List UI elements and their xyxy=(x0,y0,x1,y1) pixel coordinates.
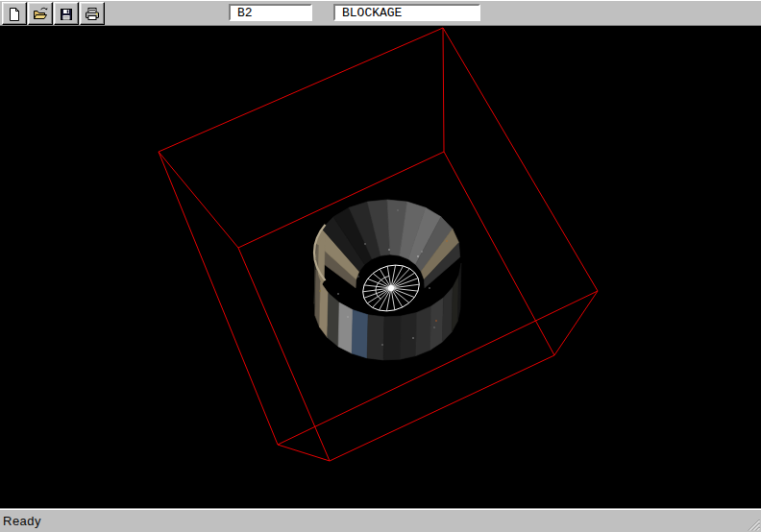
object-name-field[interactable] xyxy=(229,4,312,21)
open-folder-icon xyxy=(33,7,48,22)
scene-canvas xyxy=(0,26,761,508)
save-button[interactable] xyxy=(54,2,79,25)
open-file-button[interactable] xyxy=(28,2,53,25)
printer-icon xyxy=(85,7,100,22)
new-document-icon xyxy=(7,7,22,22)
viewport-3d[interactable] xyxy=(0,26,761,508)
status-bar: Ready xyxy=(0,508,761,532)
print-button[interactable] xyxy=(80,2,105,25)
object-type-field[interactable] xyxy=(333,4,480,21)
status-text: Ready xyxy=(3,514,41,528)
resize-grip[interactable] xyxy=(748,519,760,531)
save-floppy-icon xyxy=(59,7,74,22)
new-document-button[interactable] xyxy=(2,2,27,25)
toolbar xyxy=(0,0,761,26)
